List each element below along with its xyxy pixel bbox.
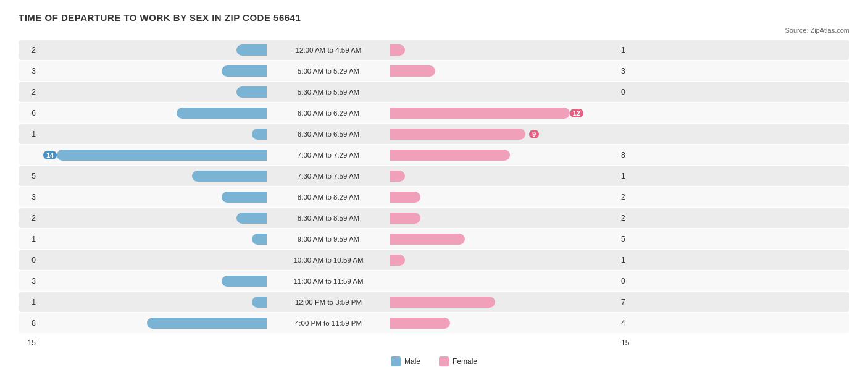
chart-row: 19:00 AM to 9:59 AM5 [19,229,849,249]
female-bar-container [390,44,619,56]
time-label: 5:30 AM to 5:59 AM [267,88,390,96]
female-value: 7 [619,298,636,306]
legend-female: Female [439,356,477,366]
female-bar-container [390,192,619,203]
male-value: 1 [21,298,38,306]
female-value: 5 [619,235,636,243]
female-bar-container [390,234,619,245]
male-value: 0 [21,256,38,264]
male-value: 6 [21,109,38,117]
male-bar-container [38,234,267,245]
female-bar-container [390,318,619,329]
male-value: 2 [21,46,38,54]
male-bar-container [38,86,267,98]
time-label: 9:00 AM to 9:59 AM [267,235,390,243]
female-bar-container: 12 [390,108,619,119]
chart-row: 311:00 AM to 11:59 AM0 [19,271,849,291]
female-value: 1 [619,46,636,54]
female-label: Female [453,357,477,366]
female-value: 4 [619,319,636,327]
female-bar-container [390,65,619,77]
female-bar-container [390,297,619,308]
chart-row: 38:00 AM to 8:29 AM2 [19,187,849,207]
female-bar-container [390,150,619,161]
male-bar-container [38,318,267,329]
chart-row: 66:00 AM to 6:29 AM12 [19,103,849,123]
time-label: 12:00 PM to 3:59 PM [267,298,390,306]
male-bar-container [38,129,267,140]
legend: Male Female [19,356,849,366]
female-bar-container: 9 [390,129,619,140]
chart-row: 212:00 AM to 4:59 AM1 [19,40,849,60]
male-bar-container [38,65,267,77]
chart-row: 147:00 AM to 7:29 AM8 [19,145,849,165]
male-value: 5 [21,172,38,180]
time-label: 4:00 PM to 11:59 PM [267,319,390,327]
chart-row: 28:30 AM to 8:59 AM2 [19,208,849,228]
male-bar-container [38,276,267,287]
male-bar-container [38,108,267,119]
male-value: 3 [21,67,38,75]
chart-row: 112:00 PM to 3:59 PM7 [19,292,849,312]
chart-row: 84:00 PM to 11:59 PM4 [19,313,849,333]
source-label: Source: ZipAtlas.com [19,27,849,34]
male-color-box [391,356,401,366]
female-value: 3 [619,67,636,75]
female-value: 0 [619,88,636,96]
time-label: 7:00 AM to 7:29 AM [267,151,390,159]
time-label: 11:00 AM to 11:59 AM [267,277,390,285]
male-value: 2 [21,88,38,96]
chart-row: 25:30 AM to 5:59 AM0 [19,82,849,102]
time-label: 7:30 AM to 7:59 AM [267,172,390,180]
time-label: 8:30 AM to 8:59 AM [267,214,390,222]
female-value: 1 [619,172,636,180]
male-value: 8 [21,319,38,327]
chart-row: 57:30 AM to 7:59 AM1 [19,166,849,186]
time-label: 6:30 AM to 6:59 AM [267,130,390,138]
female-value: 8 [619,151,636,159]
female-value: 1 [619,256,636,264]
totals-row: 15 15 [19,335,849,350]
total-right: 15 [619,339,636,347]
male-bar-container: 14 [38,150,267,161]
total-left: 15 [21,339,38,347]
male-value: 3 [21,277,38,285]
male-bar-container [38,192,267,203]
female-bar-container [390,213,619,224]
male-bar-container [38,213,267,224]
time-label: 8:00 AM to 8:29 AM [267,193,390,201]
male-value: 3 [21,193,38,201]
time-label: 10:00 AM to 10:59 AM [267,256,390,264]
time-label: 12:00 AM to 4:59 AM [267,46,390,54]
chart-row: 010:00 AM to 10:59 AM1 [19,250,849,270]
male-label: Male [404,357,420,366]
female-bar-container [390,255,619,266]
time-label: 6:00 AM to 6:29 AM [267,109,390,117]
chart-row: 35:00 AM to 5:29 AM3 [19,61,849,81]
male-bar-container [38,297,267,308]
male-bar-container [38,171,267,182]
female-value: 2 [619,193,636,201]
chart-area: 212:00 AM to 4:59 AM135:00 AM to 5:29 AM… [19,40,849,333]
male-value: 2 [21,214,38,222]
female-value: 2 [619,214,636,222]
female-color-box [439,356,449,366]
legend-male: Male [391,356,420,366]
male-bar-container [38,44,267,56]
chart-row: 16:30 AM to 6:59 AM9 [19,124,849,144]
time-label: 5:00 AM to 5:29 AM [267,67,390,75]
male-value: 1 [21,235,38,243]
female-value: 0 [619,277,636,285]
chart-title: TIME OF DEPARTURE TO WORK BY SEX IN ZIP … [19,12,849,23]
female-bar-container [390,171,619,182]
male-value: 1 [21,130,38,138]
